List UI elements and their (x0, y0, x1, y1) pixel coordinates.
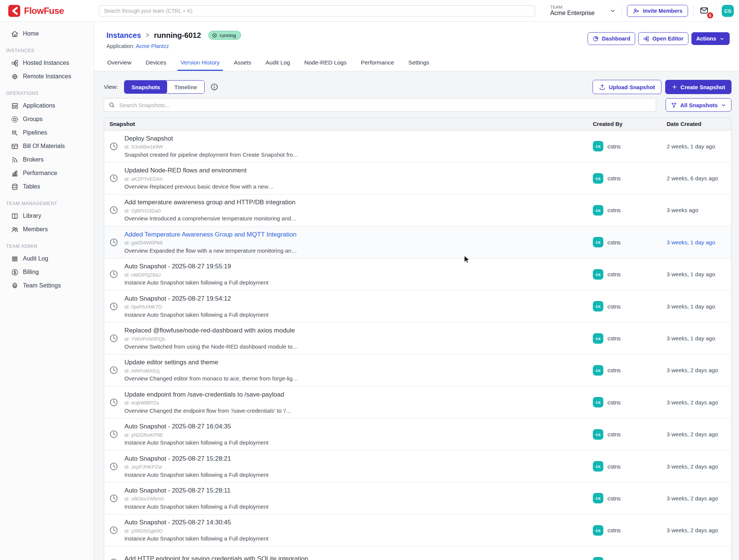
user-avatar[interactable]: CS (722, 5, 734, 17)
snapshot-title[interactable]: Auto Snapshot - 2025-08-27 14:30:45 (124, 519, 268, 526)
view-toggle-timeline[interactable]: Timeline (167, 81, 204, 93)
table-row[interactable]: Add temperature awareness group and HTTP… (104, 195, 731, 226)
sidebar-item-hosted-instances[interactable]: Hosted Instances (0, 56, 94, 70)
snapshot-title[interactable]: Auto Snapshot - 2025-08-27 19:54:12 (124, 295, 268, 302)
sidebar-item-billing[interactable]: Billing (0, 265, 94, 279)
table-row[interactable]: Added Temperature Awareness Group and MQ… (104, 226, 731, 258)
sidebar-item-remote-instances[interactable]: Remote Instances (0, 70, 94, 83)
clock-icon (109, 205, 118, 215)
sidebar-item-team-settings[interactable]: Team Settings (0, 279, 94, 292)
snapshot-title[interactable]: Update endpoint from /save-credentials t… (124, 391, 291, 398)
actions-button[interactable]: Actions (691, 32, 730, 45)
sidebar-item-label: Performance (23, 170, 57, 177)
table-row[interactable]: Replaced @flowfuse/node-red-dashboard wi… (104, 322, 731, 354)
tab-devices[interactable]: Devices (145, 55, 167, 71)
created-by-cell: cs cstns (593, 322, 667, 354)
clock-icon (109, 558, 118, 560)
snapshot-id: id: nMGP0jZ6dJ (124, 272, 268, 278)
table-row[interactable]: Update endpoint from /save-credentials t… (104, 386, 731, 418)
breadcrumb-instances-link[interactable]: Instances (106, 31, 141, 40)
tab-overview[interactable]: Overview (106, 55, 132, 71)
snapshot-title[interactable]: Auto Snapshot - 2025-08-27 15:28:11 (124, 487, 268, 494)
snapshot-title[interactable]: Replaced @flowfuse/node-red-dashboard wi… (124, 327, 298, 334)
brokers-icon (11, 156, 19, 164)
table-row[interactable]: Updated Node-RED flows and environment i… (104, 162, 731, 194)
tab-audit-log[interactable]: Audit Log (265, 55, 291, 71)
sidebar-item-label: Library (23, 213, 41, 219)
created-by-cell: cs cstns (593, 259, 667, 290)
snapshot-id: id: YWVPzN0PQb (124, 336, 298, 342)
snapshot-title[interactable]: Updated Node-RED flows and environment (124, 167, 274, 174)
application-label: Application: (106, 43, 135, 49)
sidebar-item-label: Groups (23, 116, 42, 123)
snapshot-id: id: eojkWlBPZa (124, 400, 291, 406)
user-avatar: cs (593, 365, 603, 376)
flowfuse-logo[interactable]: FlowFuse (0, 5, 94, 17)
snapshot-search-input[interactable] (104, 98, 656, 112)
sidebar-item-pipelines[interactable]: Pipelines (0, 126, 94, 139)
tab-node-red-logs[interactable]: Node-RED Logs (304, 55, 347, 71)
created-by-cell: cs cstns (593, 482, 667, 514)
view-label: View: (104, 84, 118, 90)
snapshot-title[interactable]: Add HTTP endpoint for saving credentials… (124, 555, 308, 560)
upload-snapshot-button[interactable]: Upload Snapshot (592, 80, 661, 94)
team-selector[interactable]: TEAM: Acme Enterprise (550, 5, 616, 16)
sidebar-item-applications[interactable]: Applications (0, 99, 94, 112)
status-badge: running (208, 31, 241, 40)
table-row[interactable]: Update editor settings and theme id: AlR… (104, 355, 731, 386)
snapshot-title[interactable]: Auto Snapshot - 2025-08-27 16:04:35 (124, 423, 268, 430)
sidebar-item-label: Audit Log (23, 255, 48, 262)
table-row[interactable]: Auto Snapshot - 2025-08-27 19:55:19 id: … (104, 259, 731, 290)
open-editor-button[interactable]: Open Editor (638, 32, 688, 45)
dashboard-button[interactable]: Dashboard (588, 32, 635, 45)
sidebar-item-library[interactable]: Library (0, 209, 94, 223)
sidebar-item-members[interactable]: Members (0, 223, 94, 236)
view-toggle-snapshots[interactable]: Snapshots (124, 81, 168, 93)
snapshot-id: id: X3o6Bw1k9W (124, 144, 298, 150)
pipelines-icon (11, 129, 19, 137)
invite-members-button[interactable]: Invite Members (627, 5, 688, 17)
table-row[interactable]: Auto Snapshot - 2025-08-27 19:54:12 id: … (104, 290, 731, 322)
tab-assets[interactable]: Assets (233, 55, 252, 71)
page-title: running-6012 (154, 31, 201, 40)
application-link[interactable]: Acme Plantzz (136, 43, 169, 49)
date-created: 3 weeks, 1 day ago (667, 226, 731, 258)
snapshot-description: Instance Auto Snapshot taken following a… (124, 311, 268, 318)
global-search-input[interactable] (99, 5, 535, 16)
snapshot-title[interactable]: Auto Snapshot - 2025-08-27 19:55:19 (124, 263, 268, 270)
table-row[interactable]: Auto Snapshot - 2025-08-27 14:30:45 id: … (104, 515, 731, 547)
user-avatar: cs (593, 269, 603, 280)
snapshot-id: id: ga0D4W0Pb8 (124, 240, 297, 246)
snapshot-title[interactable]: Update editor settings and theme (124, 359, 298, 366)
user-avatar: cs (593, 237, 603, 247)
snapshot-description: Overview Changed editor from monaco to a… (124, 375, 298, 382)
table-row[interactable]: Auto Snapshot - 2025-08-27 15:28:21 id: … (104, 451, 731, 482)
tab-performance[interactable]: Performance (360, 55, 395, 71)
clock-icon (109, 365, 118, 375)
user-avatar: cs (593, 493, 603, 503)
info-icon[interactable] (210, 83, 218, 91)
sidebar-item-performance[interactable]: Performance (0, 166, 94, 180)
snapshot-title[interactable]: Auto Snapshot - 2025-08-27 15:28:21 (124, 455, 268, 463)
tab-settings[interactable]: Settings (408, 55, 430, 71)
table-row[interactable]: Add HTTP endpoint for saving credentials… (104, 547, 731, 560)
sidebar-item-audit-log[interactable]: Audit Log (0, 252, 94, 265)
sidebar-item-home[interactable]: Home (0, 27, 94, 40)
notifications-button[interactable]: 5 (699, 6, 711, 16)
tab-version-history[interactable]: Version History (180, 55, 220, 71)
table-row[interactable]: Deploy Snapshot id: X3o6Bw1k9W Snapshot … (104, 130, 731, 162)
table-row[interactable]: Auto Snapshot - 2025-08-27 16:04:35 id: … (104, 419, 731, 451)
create-snapshot-button[interactable]: Create Snapshot (665, 80, 732, 94)
snapshot-filter-dropdown[interactable]: All Snapshots (666, 98, 732, 112)
sidebar-item-groups[interactable]: Groups (0, 112, 94, 126)
clock-icon (109, 238, 118, 247)
table-row[interactable]: Auto Snapshot - 2025-08-27 15:28:11 id: … (104, 482, 731, 514)
notification-count-badge: 5 (706, 12, 714, 19)
snapshot-title[interactable]: Deploy Snapshot (124, 135, 298, 142)
sidebar-item-brokers[interactable]: Brokers (0, 153, 94, 166)
snapshot-title[interactable]: Add temperature awareness group and HTTP… (124, 199, 296, 206)
snapshot-title[interactable]: Added Temperature Awareness Group and MQ… (124, 231, 297, 238)
sidebar-item-bill-of-materials[interactable]: Bill Of Materials (0, 139, 94, 153)
snapshot-filter-label: All Snapshots (680, 102, 718, 108)
sidebar-item-tables[interactable]: Tables (0, 180, 94, 193)
